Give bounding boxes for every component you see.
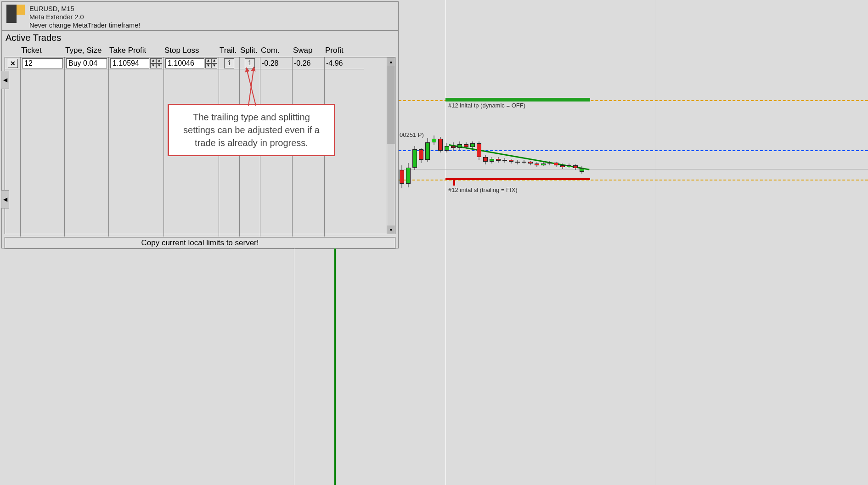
take-profit-field[interactable]: 1.10594 — [110, 58, 149, 68]
app-name-label: Meta Extender 2.0 — [29, 13, 140, 21]
ticket-field[interactable]: 12 — [22, 58, 63, 68]
chart-divider — [445, 248, 446, 485]
timeframe-warning: Never change MetaTrader timeframe! — [29, 21, 140, 29]
sl-small-down-icon[interactable]: ▼ — [211, 63, 217, 68]
tp-spinner[interactable]: ▲ ▼ ▲ ▼ — [150, 58, 162, 68]
tp-big-down-icon[interactable]: ▼ — [150, 63, 156, 68]
sl-small-up-icon[interactable]: ▲ — [211, 58, 217, 63]
chart-divider-green — [334, 248, 336, 485]
col-trail: Trail. — [219, 46, 239, 55]
scroll-up-icon[interactable]: ▲ — [387, 57, 395, 66]
copy-limits-button[interactable]: Copy current local limits to server! — [5, 237, 395, 249]
swap-value: -0.26 — [293, 57, 325, 69]
panel-header: EURUSD, M15 Meta Extender 2.0 Never chan… — [2, 2, 398, 30]
chart-divider — [294, 248, 294, 485]
candlestick-chart — [399, 124, 592, 197]
annotation-callout: The trailing type and splitting settings… — [168, 104, 335, 156]
symbol-label: EURUSD, M15 — [29, 5, 140, 13]
tp-small-down-icon[interactable]: ▼ — [156, 63, 162, 68]
type-size-field: Buy 0.04 — [66, 58, 107, 68]
col-profit: Profit — [324, 46, 363, 55]
app-logo-icon — [6, 5, 25, 23]
tp-big-up-icon[interactable]: ▲ — [150, 58, 156, 63]
vertical-scrollbar[interactable]: ▲ ▼ — [387, 57, 395, 234]
tp-small-up-icon[interactable]: ▲ — [156, 58, 162, 63]
col-swap: Swap — [292, 46, 324, 55]
collapse-left-icon-2[interactable]: ◀ — [1, 190, 9, 209]
profit-value: -4.96 — [325, 57, 364, 69]
section-title: Active Trades — [2, 30, 398, 44]
col-com: Com. — [260, 46, 292, 55]
com-value: -0.28 — [260, 57, 293, 69]
trail-info-button[interactable]: i — [224, 58, 234, 68]
stop-loss-field[interactable]: 1.10046 — [165, 58, 204, 68]
tp-label: #12 inital tp (dynamic = OFF) — [448, 102, 525, 109]
column-headers: Ticket Type, Size Take Profit Stop Loss … — [5, 44, 395, 57]
chart-area: #12 inital tp (dynamic = OFF) #12 inital… — [399, 0, 868, 485]
col-split: Split. — [239, 46, 260, 55]
sl-big-up-icon[interactable]: ▲ — [205, 58, 211, 63]
sl-spinner[interactable]: ▲ ▼ ▲ ▼ — [205, 58, 217, 68]
header-text: EURUSD, M15 Meta Extender 2.0 Never chan… — [29, 5, 140, 29]
collapse-left-icon[interactable]: ◀ — [1, 71, 9, 89]
col-stop-loss: Stop Loss — [163, 46, 219, 55]
close-trade-button[interactable]: ✕ — [8, 59, 18, 68]
col-type-size: Type, Size — [64, 46, 108, 55]
col-take-profit: Take Profit — [108, 46, 163, 55]
tp-bar — [445, 98, 590, 102]
scroll-down-icon[interactable]: ▼ — [387, 226, 395, 234]
col-ticket: Ticket — [20, 46, 64, 55]
sl-big-down-icon[interactable]: ▼ — [205, 63, 211, 68]
scroll-thumb[interactable] — [387, 66, 395, 144]
chart-divider — [656, 248, 656, 485]
